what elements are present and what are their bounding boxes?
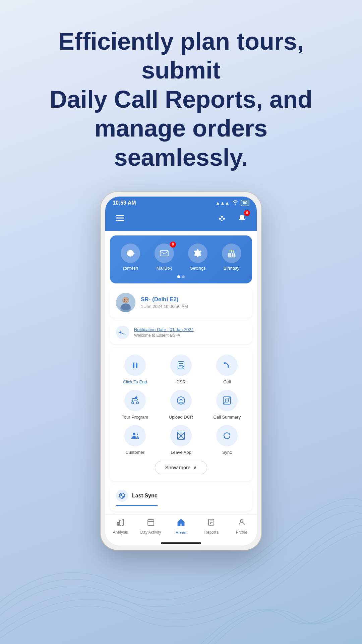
action-tour-program[interactable]: Tour Program (115, 390, 155, 420)
refresh-icon-circle (121, 244, 140, 263)
mailbox-label: MailBox (157, 266, 172, 271)
dot-2 (182, 275, 185, 278)
reports-icon (207, 518, 215, 528)
profile-icon (238, 518, 246, 528)
mailbox-icon-circle: 0 (155, 244, 174, 263)
avatar (116, 293, 135, 312)
phone-screen: 10:59 AM ▲▲▲ 80 (105, 197, 257, 545)
svg-point-6 (221, 220, 223, 221)
bottom-navigation: Analysis Day Activity (105, 514, 257, 540)
day-activity-icon (147, 518, 155, 528)
leave-app-icon (170, 425, 192, 446)
last-sync-icon (116, 490, 128, 502)
nav-reports[interactable]: Reports (196, 518, 226, 535)
nav-profile[interactable]: Profile (227, 518, 257, 535)
upload-dcr-label: Upload DCR (169, 415, 193, 420)
click-to-end-label: Click To End (123, 379, 147, 384)
tour-program-label: Tour Program (122, 415, 148, 420)
theme-button[interactable] (215, 211, 229, 225)
notification-bell-button[interactable]: 0 (235, 211, 249, 225)
headline-text: Efficiently plan tours, submit Daily Cal… (27, 27, 335, 172)
status-bar: 10:59 AM ▲▲▲ 80 (105, 197, 257, 208)
tour-program-icon (124, 390, 146, 411)
sync-label: Sync (222, 450, 232, 455)
headline-area: Efficiently plan tours, submit Daily Cal… (0, 0, 362, 185)
leave-app-label: Leave App (171, 450, 191, 455)
action-click-to-end[interactable]: Click To End (115, 355, 155, 384)
chevron-down-icon: ∨ (193, 465, 197, 471)
birthday-icon-circle (222, 244, 241, 263)
profile-name: SR- (Delhi E2) (141, 296, 246, 303)
home-label: Home (176, 530, 186, 535)
svg-line-40 (228, 397, 231, 399)
notification-message: Welcome to EssentialSFA (134, 333, 194, 338)
action-call[interactable]: Call (207, 355, 247, 384)
sync-icon (216, 425, 238, 446)
last-sync-title: Last Sync (132, 493, 158, 499)
svg-point-60 (240, 520, 243, 522)
nav-day-activity[interactable]: Day Activity (135, 518, 166, 535)
home-indicator (161, 542, 201, 544)
quick-action-birthday[interactable]: Birthday (217, 244, 247, 271)
phone-outer: 10:59 AM ▲▲▲ 80 (101, 192, 261, 550)
reports-label: Reports (204, 530, 218, 535)
customer-label: Customer (125, 450, 144, 455)
svg-rect-27 (133, 363, 134, 368)
svg-point-24 (127, 299, 128, 300)
action-call-summary[interactable]: Call Summary (207, 390, 247, 420)
notification-content: Notification Date : 01 Jan 2024 Welcome … (134, 327, 194, 338)
svg-point-23 (124, 299, 125, 300)
svg-point-25 (121, 304, 130, 310)
action-upload-dcr[interactable]: Upload DCR (161, 390, 201, 420)
svg-line-41 (223, 402, 226, 404)
profile-info: SR- (Delhi E2) 1 Jan 2024 10:00:56 AM (141, 296, 246, 309)
settings-label: Settings (190, 266, 206, 271)
quick-action-settings[interactable]: Settings (183, 244, 213, 271)
dot-1 (177, 275, 180, 278)
day-activity-label: Day Activity (140, 530, 161, 535)
svg-rect-49 (117, 522, 119, 525)
svg-rect-0 (116, 215, 124, 216)
svg-point-35 (136, 397, 137, 398)
svg-point-3 (221, 216, 223, 218)
quick-action-refresh[interactable]: Refresh (115, 244, 146, 271)
show-more-button[interactable]: Show more ∨ (155, 461, 207, 474)
svg-point-42 (133, 433, 135, 435)
action-leave-app[interactable]: Leave App (161, 425, 201, 455)
notification-date: Notification Date : 01 Jan 2024 (134, 327, 194, 332)
svg-point-4 (219, 218, 221, 220)
svg-point-47 (121, 494, 122, 496)
carousel-dots (115, 275, 247, 278)
birthday-label: Birthday (224, 266, 240, 271)
wifi-icon (232, 200, 238, 206)
notification-count: 0 (244, 210, 250, 216)
svg-point-5 (223, 218, 225, 220)
svg-rect-52 (148, 520, 154, 526)
top-bar: 0 (105, 208, 257, 231)
action-sync[interactable]: Sync (207, 425, 247, 455)
battery-icon: 80 (241, 200, 249, 206)
profile-card: SR- (Delhi E2) 1 Jan 2024 10:00:56 AM (110, 287, 252, 318)
upload-dcr-icon (170, 390, 192, 411)
last-sync-card: Last Sync (110, 485, 252, 511)
quick-action-mailbox[interactable]: 0 MailBox (149, 244, 180, 271)
nav-analysis[interactable]: Analysis (105, 518, 135, 535)
svg-point-17 (231, 250, 232, 251)
svg-point-22 (123, 297, 129, 303)
status-icons: ▲▲▲ 80 (216, 200, 249, 206)
headline-line1: Efficiently plan tours, submit (58, 28, 304, 84)
svg-rect-51 (122, 519, 123, 525)
action-dsr[interactable]: DSR (161, 355, 201, 384)
action-customer[interactable]: Customer (115, 425, 155, 455)
nav-home[interactable]: Home (166, 518, 196, 535)
show-more-container: Show more ∨ (115, 461, 247, 474)
status-time: 10:59 AM (113, 200, 136, 206)
call-label: Call (223, 379, 231, 384)
quick-actions-grid: Refresh 0 MailBox (115, 244, 247, 271)
profile-label: Profile (236, 530, 247, 535)
call-summary-icon (216, 390, 238, 411)
hamburger-menu-button[interactable] (113, 211, 127, 225)
announcement-icon (116, 326, 129, 339)
svg-rect-28 (136, 363, 137, 368)
call-icon (216, 355, 238, 376)
